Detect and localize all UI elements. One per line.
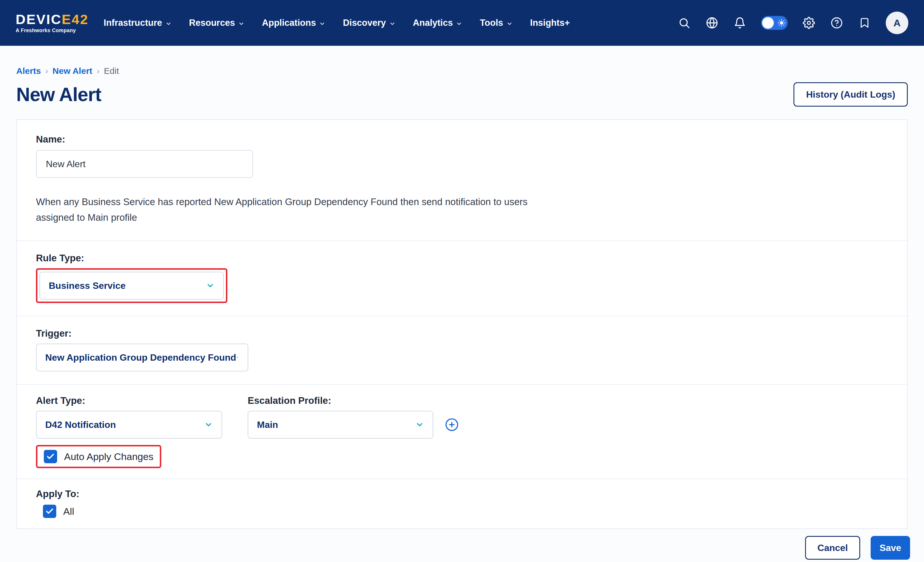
bookmark-icon[interactable] <box>858 16 871 30</box>
breadcrumb-alerts-link[interactable]: Alerts <box>16 66 41 76</box>
breadcrumb-separator: › <box>97 66 99 76</box>
chevron-down-icon <box>206 281 214 290</box>
gear-icon[interactable] <box>802 16 816 30</box>
nav-label: Analytics <box>413 18 453 28</box>
nav-label: Infrastructure <box>104 18 162 28</box>
name-label: Name: <box>36 134 888 145</box>
nav-resources[interactable]: Resources <box>189 18 245 28</box>
rule-type-value: Business Service <box>49 280 126 291</box>
chevron-down-icon <box>319 21 326 27</box>
alert-type-value: D42 Notification <box>45 420 116 430</box>
page-header: New Alert History (Audit Logs) <box>0 82 924 107</box>
header-actions: A <box>678 12 908 34</box>
alert-type-escalation-row: Alert Type: D42 Notification Escalation … <box>36 395 888 439</box>
auto-apply-checkbox[interactable] <box>44 450 57 463</box>
rule-type-label: Rule Type: <box>36 253 888 264</box>
form-actions: Cancel Save <box>0 529 924 560</box>
breadcrumb-new-alert-link[interactable]: New Alert <box>52 66 92 76</box>
rule-type-section: Rule Type: Business Service <box>17 241 907 316</box>
theme-toggle[interactable] <box>761 16 788 30</box>
chevron-down-icon <box>238 21 244 27</box>
plus-circle-icon <box>445 418 459 432</box>
page-title: New Alert <box>16 84 101 105</box>
trigger-section: Trigger: New Application Group Dependenc… <box>17 316 907 384</box>
nav-label: Applications <box>262 18 316 28</box>
help-icon[interactable] <box>830 16 843 30</box>
chevron-down-icon <box>236 353 239 362</box>
main-nav: Infrastructure Resources Applications Di… <box>104 18 570 28</box>
add-escalation-profile-button[interactable] <box>445 418 459 432</box>
check-icon <box>45 507 54 516</box>
chevron-down-icon <box>506 21 513 27</box>
chevron-down-icon <box>165 21 172 27</box>
notifications-bell-icon[interactable] <box>733 16 747 30</box>
alert-type-select[interactable]: D42 Notification <box>36 411 222 439</box>
apply-to-section: Apply To: All <box>17 479 907 528</box>
breadcrumb-separator: › <box>45 66 48 76</box>
globe-icon[interactable] <box>705 16 718 30</box>
escalation-profile-value: Main <box>257 420 278 430</box>
nav-infrastructure[interactable]: Infrastructure <box>104 18 172 28</box>
chevron-down-icon <box>415 420 424 429</box>
logo-text-white: DEVIC <box>16 12 62 27</box>
logo-tagline: A Freshworks Company <box>16 28 88 33</box>
breadcrumb: Alerts › New Alert › Edit <box>0 46 924 76</box>
apply-to-all-checkbox[interactable] <box>43 505 56 518</box>
name-input[interactable] <box>36 150 253 178</box>
user-avatar[interactable]: A <box>886 12 908 34</box>
nav-label: Discovery <box>343 18 386 28</box>
nav-insights-plus[interactable]: Insights+ <box>530 18 570 28</box>
chevron-down-icon <box>456 21 462 27</box>
sun-icon <box>777 19 786 27</box>
nav-discovery[interactable]: Discovery <box>343 18 395 28</box>
nav-label: Insights+ <box>530 18 570 28</box>
apply-to-all-label: All <box>63 506 74 517</box>
escalation-profile-label: Escalation Profile: <box>248 395 459 406</box>
save-button[interactable]: Save <box>871 536 910 560</box>
logo-text-42: 42 <box>72 12 88 27</box>
escalation-profile-select[interactable]: Main <box>248 411 433 439</box>
check-icon <box>46 452 55 461</box>
nav-label: Resources <box>189 18 235 28</box>
logo-text-e: E <box>62 12 72 27</box>
alert-type-section: Alert Type: D42 Notification Escalation … <box>17 385 907 478</box>
auto-apply-changes-checkbox-row[interactable]: Auto Apply Changes <box>44 450 153 463</box>
avatar-initial: A <box>894 17 901 29</box>
apply-to-label: Apply To: <box>36 489 888 499</box>
annotation-box-rule-type: Business Service <box>36 268 227 303</box>
escalation-profile-row: Main <box>248 411 459 439</box>
nav-label: Tools <box>480 18 503 28</box>
nav-applications[interactable]: Applications <box>262 18 326 28</box>
nav-tools[interactable]: Tools <box>480 18 513 28</box>
annotation-box-auto-apply: Auto Apply Changes <box>36 445 161 468</box>
top-navigation-bar: DEVICE42 A Freshworks Company Infrastruc… <box>0 0 924 46</box>
alert-type-label: Alert Type: <box>36 395 222 406</box>
trigger-select[interactable]: New Application Group Dependency Found <box>36 344 248 371</box>
auto-apply-label: Auto Apply Changes <box>64 451 153 462</box>
cancel-button[interactable]: Cancel <box>805 536 860 560</box>
logo-wordmark: DEVICE42 <box>16 12 88 26</box>
chevron-down-icon <box>389 21 396 27</box>
apply-to-all-checkbox-row[interactable]: All <box>43 505 888 518</box>
escalation-profile-column: Escalation Profile: Main <box>248 395 459 439</box>
alert-form-card: Name: When any Business Service has repo… <box>16 120 908 529</box>
history-audit-logs-button[interactable]: History (Audit Logs) <box>794 82 908 107</box>
alert-summary-text: When any Business Service has reported N… <box>36 194 538 226</box>
toggle-knob <box>762 17 774 29</box>
breadcrumb-current: Edit <box>104 66 119 76</box>
name-section: Name: When any Business Service has repo… <box>17 120 907 241</box>
alert-type-column: Alert Type: D42 Notification <box>36 395 222 439</box>
chevron-down-icon <box>204 420 213 429</box>
search-icon[interactable] <box>678 16 691 30</box>
rule-type-select[interactable]: Business Service <box>39 272 224 299</box>
trigger-value: New Application Group Dependency Found <box>45 352 236 363</box>
device42-logo[interactable]: DEVICE42 A Freshworks Company <box>16 12 88 33</box>
nav-analytics[interactable]: Analytics <box>413 18 463 28</box>
trigger-label: Trigger: <box>36 328 888 339</box>
